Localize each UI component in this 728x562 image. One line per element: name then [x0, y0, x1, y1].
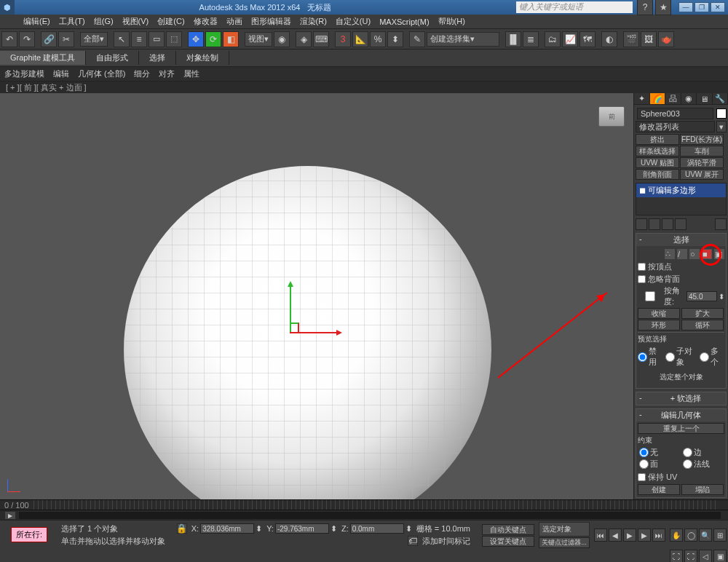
zoom-button[interactable]: 🔍	[699, 529, 712, 542]
key-filters-button[interactable]: 关键点过滤器...	[539, 537, 590, 548]
app-logo[interactable]: ⬢	[0, 0, 15, 15]
ribbon-panel-geometry[interactable]: 几何体 (全部)	[78, 68, 125, 79]
configure-sets-icon[interactable]	[715, 218, 727, 230]
collapse-button[interactable]: 塌陷	[681, 484, 724, 495]
select-by-name-button[interactable]: ≡	[131, 31, 147, 47]
preserve-uv-checkbox[interactable]	[638, 473, 646, 481]
unlink-button[interactable]: ✂	[58, 31, 74, 47]
selection-filter-dropdown[interactable]: 全部 ▾	[80, 32, 108, 47]
object-color-swatch[interactable]	[716, 108, 727, 119]
timeline-slider[interactable]	[33, 500, 719, 510]
viewport-label[interactable]: [ + ][ 前 ][ 真实 + 边面 ]	[0, 82, 728, 93]
ribbon-panel-properties[interactable]: 属性	[183, 68, 199, 79]
ring-button[interactable]: 环形	[638, 320, 680, 331]
zoom-extents-button[interactable]: ⛶	[670, 550, 683, 562]
select-move-button[interactable]: ✥	[188, 31, 204, 47]
subobj-element-icon[interactable]: ▣	[714, 249, 724, 259]
pan-view-button[interactable]: ✋	[670, 529, 683, 542]
menu-maxscript[interactable]: MAXScript(M)	[375, 17, 433, 26]
menu-animation[interactable]: 动画	[222, 16, 247, 27]
coord-z-input[interactable]	[350, 523, 404, 534]
help-search-input[interactable]: 键入关键字或短语	[516, 1, 633, 13]
preview-multi-radio[interactable]	[700, 352, 709, 362]
prev-frame-button[interactable]: ◀	[609, 529, 622, 542]
cp-tab-motion[interactable]: ◉	[681, 93, 697, 104]
mod-btn-chamfer[interactable]: 剖角剖面	[636, 169, 679, 180]
curve-editor-button[interactable]: 📈	[562, 31, 578, 47]
ribbon-panel-subdivision[interactable]: 细分	[134, 68, 150, 79]
mod-btn-extrude[interactable]: 挤出	[636, 134, 679, 145]
time-tag-icon[interactable]: 🏷	[408, 536, 418, 546]
rollout-edit-geom-header[interactable]: 编辑几何体	[636, 409, 726, 422]
lock-selection-icon[interactable]: 🔒	[177, 523, 187, 534]
goto-end-button[interactable]: ⏭	[652, 529, 665, 542]
ignore-backfacing-checkbox[interactable]	[638, 275, 646, 283]
show-end-result-icon[interactable]	[649, 218, 660, 230]
edit-named-sel-button[interactable]: ✎	[409, 31, 425, 47]
mod-btn-turbosmooth[interactable]: 涡轮平滑	[680, 157, 724, 168]
autokey-button[interactable]: 自动关键点	[482, 524, 534, 535]
stack-item-editable-poly[interactable]: ◼ 可编辑多边形	[636, 183, 726, 197]
subobj-vertex-icon[interactable]: ∴	[665, 249, 675, 259]
help-icon[interactable]: ?	[637, 0, 653, 15]
rollout-selection-header[interactable]: 选择	[636, 234, 726, 246]
ribbon-tab-object-paint[interactable]: 对象绘制	[176, 51, 229, 65]
preview-subobj-radio[interactable]	[665, 352, 675, 362]
rect-select-icon[interactable]: ▭	[149, 31, 165, 47]
zoom-all-button[interactable]: ⊞	[713, 529, 727, 542]
constraint-none-radio[interactable]	[639, 448, 649, 457]
redo-button[interactable]: ↷	[19, 31, 35, 47]
add-time-tag-label[interactable]: 添加时间标记	[422, 536, 470, 547]
window-crossing-icon[interactable]: ⬚	[166, 31, 182, 47]
close-button[interactable]: ✕	[711, 2, 725, 12]
subobj-border-icon[interactable]: ○	[689, 249, 700, 259]
shrink-button[interactable]: 收缩	[638, 308, 680, 319]
trackbar-toggle-icon[interactable]: ▸	[4, 511, 16, 520]
cp-tab-hierarchy[interactable]: 品	[665, 93, 681, 104]
mod-btn-spline-select[interactable]: 样条线选择	[636, 146, 679, 157]
modifier-list-dropdown[interactable]: 修改器列表	[636, 121, 715, 132]
cp-tab-create[interactable]: ✦	[634, 93, 650, 104]
mod-btn-ffd[interactable]: FFD(长方体)	[680, 134, 724, 145]
ref-coord-dropdown[interactable]: 视图 ▾	[245, 32, 272, 47]
play-button[interactable]: ▶	[623, 529, 636, 542]
modifier-list-arrow[interactable]: ▾	[716, 121, 727, 132]
select-scale-button[interactable]: ◧	[223, 31, 239, 47]
next-frame-button[interactable]: ▶	[638, 529, 651, 542]
menu-modifiers[interactable]: 修改器	[189, 16, 222, 27]
zoom-extents-all-button[interactable]: ⛶	[684, 550, 697, 562]
repeat-last-button[interactable]: 重复上一个	[638, 423, 724, 434]
use-pivot-center-button[interactable]: ◉	[274, 31, 290, 47]
undo-button[interactable]: ↶	[1, 31, 17, 47]
select-object-button[interactable]: ↖	[114, 31, 130, 47]
material-editor-button[interactable]: ◐	[601, 31, 617, 47]
cp-tab-modify[interactable]: 🌈	[650, 93, 666, 104]
named-sel-set-dropdown[interactable]: 创建选择集 ▾	[427, 32, 499, 47]
mirror-button[interactable]: ▐▌	[505, 31, 521, 47]
subobj-polygon-icon[interactable]: ■	[702, 249, 712, 259]
setkey-button[interactable]: 设置关键点	[482, 536, 534, 547]
percent-snap-button[interactable]: %	[370, 31, 386, 47]
menu-help[interactable]: 帮助(H)	[434, 16, 470, 27]
loop-button[interactable]: 循环	[681, 320, 724, 331]
constraint-normal-radio[interactable]	[683, 459, 692, 469]
cp-tab-display[interactable]: 🖥	[697, 93, 713, 104]
viewport[interactable]: 前	[0, 93, 633, 499]
ribbon-tab-selection[interactable]: 选择	[139, 51, 176, 65]
preview-disable-radio[interactable]	[638, 352, 647, 362]
create-geom-button[interactable]: 创建	[638, 484, 680, 495]
select-rotate-button[interactable]: ⟳	[205, 31, 221, 47]
subobj-edge-icon[interactable]: /	[677, 249, 687, 259]
fov-button[interactable]: ◁	[699, 550, 712, 562]
menu-tools[interactable]: 工具(T)	[55, 16, 90, 27]
remove-modifier-icon[interactable]	[675, 218, 687, 230]
trackbar[interactable]	[19, 512, 721, 519]
grow-button[interactable]: 扩大	[681, 308, 724, 319]
menu-create[interactable]: 创建(C)	[153, 16, 189, 27]
ribbon-panel-poly-model[interactable]: 多边形建模	[4, 68, 44, 79]
manipulate-button[interactable]: ◈	[296, 31, 312, 47]
align-button[interactable]: ≣	[523, 31, 539, 47]
pin-stack-icon[interactable]	[636, 218, 647, 230]
coord-y-input[interactable]	[275, 523, 329, 534]
render-production-button[interactable]: 🫖	[658, 31, 674, 47]
